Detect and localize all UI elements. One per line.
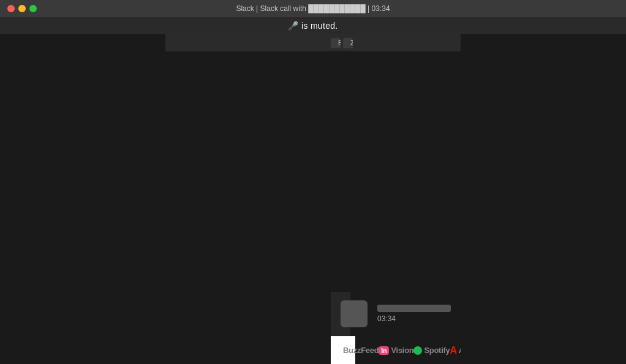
caller-name xyxy=(377,305,451,312)
brand-buzzfeed: BuzzFeed xyxy=(343,346,379,355)
brand-spotify: Spotify xyxy=(413,346,450,355)
adobe-icon: A xyxy=(450,345,456,356)
right-panel xyxy=(461,34,626,364)
mac-titlebar: Slack | Slack call with ███████████ | 03… xyxy=(0,0,626,17)
tab-label: Best screen sharing software (March 2021… xyxy=(338,40,341,46)
minimize-button[interactable] xyxy=(18,5,26,12)
left-panel xyxy=(0,34,165,364)
tab-zapier[interactable]: Zapier | the easiest way to automate you… xyxy=(343,38,353,48)
caller-time: 03:34 xyxy=(377,314,451,323)
call-overlay: 03:34 🎤 Unmute 📷 Video ••• Options xyxy=(331,292,350,336)
brands-bar: BuzzFeed InVision Spotify A Adobe FOX xyxy=(331,336,355,364)
window-title: Slack | Slack call with ███████████ | 03… xyxy=(236,4,390,13)
call-muted-message: is muted. xyxy=(301,21,338,31)
invision-in: In xyxy=(379,346,389,355)
call-notification-bar: 🎤 is muted. xyxy=(0,17,626,34)
caller-info: 03:34 xyxy=(377,305,451,323)
tab-label: Zapier | the easiest way to automate you… xyxy=(350,40,353,46)
window-controls xyxy=(7,5,37,12)
tab-google-sheets[interactable]: Best screen sharing software (March 2021… xyxy=(331,38,341,48)
close-button[interactable] xyxy=(7,5,15,12)
browser-tabs: Best screen sharing software (March 2021… xyxy=(165,34,496,51)
spotify-icon xyxy=(413,346,422,355)
maximize-button[interactable] xyxy=(29,5,37,12)
brand-invision: InVision xyxy=(379,346,413,355)
caller-avatar xyxy=(341,300,368,327)
mute-icon: 🎤 xyxy=(288,21,298,31)
